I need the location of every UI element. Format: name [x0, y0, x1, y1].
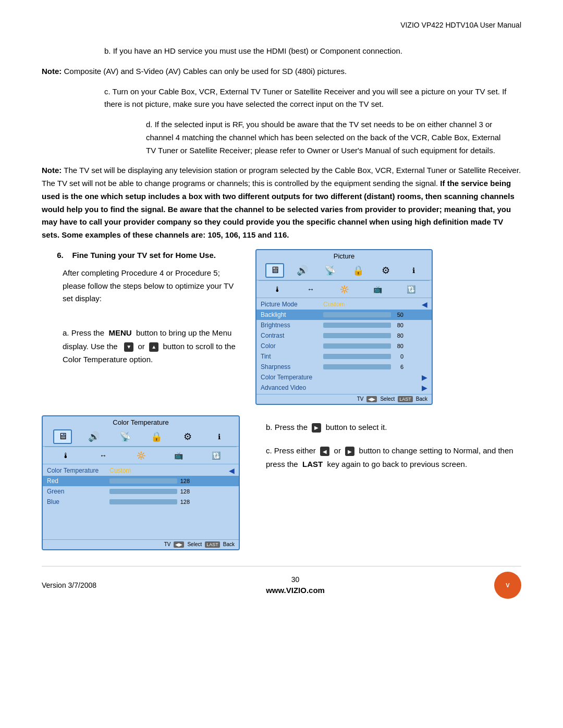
- right-btn-icon: ▶: [312, 423, 321, 433]
- picture-mode-value: Custom: [323, 301, 420, 308]
- step6-title: Fine Tuning your TV set for Home Use.: [72, 251, 216, 260]
- ct-blue-row: Blue 128: [43, 497, 239, 507]
- ct-red-value: 128: [179, 478, 190, 484]
- step6-row: 6. Fine Tuning your TV set for Home Use.…: [42, 249, 521, 405]
- brightness-value: 80: [393, 322, 403, 328]
- ct-icon-satellite: 📡: [116, 429, 134, 444]
- color-bar-bg: [323, 343, 391, 349]
- ct-menu-icons-2: 🌡 ↔ 🔆 📺 🔃: [43, 447, 239, 464]
- ct-icon-sub3: 🔆: [131, 448, 150, 463]
- ct-icon-sub4: 📺: [169, 448, 188, 463]
- paragraph-b: b. If you have an HD service you must us…: [104, 45, 521, 58]
- color-temperature-label: Color Temperature: [261, 374, 323, 381]
- backlight-bar-area: 50: [323, 312, 427, 318]
- steps-bc-right: b. Press the ▶ button to select it. c. P…: [266, 415, 521, 471]
- paragraph-d-text: d. If the selected input is RF, you shou…: [146, 120, 500, 155]
- step-a-or: or: [138, 342, 144, 351]
- picture-menu-icons: 🖥 🔊 📡 🔒 ⚙ ℹ: [256, 261, 432, 280]
- bottom-section: Color Temperature 🖥 🔊 📡 🔒 ⚙ ℹ 🌡 ↔ 🔆 📺 🔃: [42, 415, 521, 550]
- picture-menu-icons-2: 🌡 ↔ 🔆 📺 🔃: [256, 281, 432, 298]
- icon-satellite: 📡: [321, 263, 339, 278]
- brightness-bar-bg: [323, 323, 391, 328]
- ct-green-row: Green 128: [43, 486, 239, 497]
- color-temp-menu-icons: 🖥 🔊 📡 🔒 ⚙ ℹ: [43, 427, 239, 447]
- tint-row: Tint 0: [256, 351, 432, 362]
- step-a-prefix: a. Press the: [63, 328, 104, 337]
- ct-menu-footer: TV ◀▶ Select LAST Back: [43, 539, 239, 549]
- icon-sub3: 🔆: [335, 282, 353, 297]
- ct-green-value: 128: [179, 488, 190, 495]
- page-footer: Version 3/7/2008 30 www.VIZIO.com V: [42, 566, 521, 599]
- color-row: Color 80: [256, 341, 432, 351]
- icon-sub2: ↔: [301, 282, 320, 297]
- color-temperature-arrow-area: ▶: [323, 373, 427, 381]
- step-a-menu: MENU: [108, 328, 131, 337]
- paragraph-d: d. If the selected input is RF, you shou…: [146, 118, 511, 157]
- note2: Note: The TV set will be displaying any …: [42, 164, 521, 242]
- contrast-bar-area: 80: [323, 332, 427, 339]
- ct-footer-dpad: ◀▶: [174, 541, 184, 548]
- ct-icon-sub1: 🌡: [56, 448, 75, 463]
- ct-color-temp-arrow: ◀: [229, 466, 235, 475]
- ct-icon-info: ℹ: [210, 429, 228, 444]
- brightness-row: Brightness 80: [256, 320, 432, 330]
- ct-color-temp-row: Color Temperature Custom ◀: [43, 465, 239, 476]
- step6-left: 6. Fine Tuning your TV set for Home Use.…: [42, 249, 240, 366]
- ct-blue-value: 128: [179, 499, 190, 505]
- ct-color-temp-value: Custom: [109, 467, 227, 474]
- picture-mode-arrow: ◀: [422, 300, 427, 309]
- ct-footer-last: LAST: [205, 541, 220, 548]
- picture-menu-title: Picture: [256, 250, 432, 261]
- note2-bold: Note:: [42, 166, 62, 175]
- vizio-logo: V: [494, 572, 521, 599]
- contrast-row: Contrast 80: [256, 330, 432, 341]
- backlight-row: Backlight 50: [256, 310, 432, 320]
- tint-value: 0: [393, 353, 403, 360]
- backlight-bar-bg: [323, 312, 391, 317]
- step-c-end: key again to go back to previous screen.: [327, 460, 468, 468]
- picture-menu-rows: Picture Mode Custom ◀ Backlight: [256, 298, 432, 394]
- color-bar-area: 80: [323, 343, 427, 349]
- sharpness-label: Sharpness: [261, 363, 323, 371]
- sharpness-bar-area: 6: [323, 364, 427, 370]
- ct-icon-sub2: ↔: [94, 448, 113, 463]
- vizio-logo-text: V: [506, 582, 509, 588]
- right-btn-icon2: ▶: [345, 447, 354, 456]
- advanced-video-arrow: ▶: [422, 384, 427, 392]
- color-label: Color: [261, 342, 323, 350]
- left-btn-icon: ◀: [320, 447, 329, 456]
- footer-page-number: 30: [266, 575, 325, 584]
- ct-footer-select: Select: [187, 541, 202, 547]
- color-temperature-row: Color Temperature ▶: [256, 372, 432, 382]
- paragraph-b-text: b. If you have an HD service you must us…: [104, 46, 402, 55]
- picture-mode-value-area: Custom ◀: [323, 300, 427, 309]
- note-composite-text: Composite (AV) and S-Video (AV) Cables c…: [62, 67, 347, 76]
- step6-desc-text: After completing Procedure 4 or Procedur…: [63, 268, 234, 303]
- picture-footer-back: Back: [416, 396, 427, 402]
- ct-red-label: Red: [47, 477, 109, 485]
- icon-lock: 🔒: [349, 263, 368, 278]
- footer-website: www.VIZIO.com: [266, 586, 325, 595]
- picture-footer-tv: TV: [357, 396, 364, 402]
- sharpness-value: 6: [393, 364, 403, 370]
- ct-blue-bar-bg: [109, 499, 177, 504]
- note-composite-bold: Note:: [42, 67, 62, 76]
- ct-icon-settings: ⚙: [178, 429, 197, 444]
- icon-sub1: 🌡: [268, 282, 287, 297]
- step-c-or: or: [334, 446, 341, 455]
- brightness-bar-area: 80: [323, 322, 427, 328]
- sharpness-row: Sharpness 6: [256, 362, 432, 372]
- step-b-block: b. Press the ▶ button to select it.: [266, 421, 521, 434]
- step-c-last: LAST: [302, 460, 323, 468]
- ct-blue-label: Blue: [47, 498, 109, 505]
- step-c-text: c. Press either: [266, 446, 316, 455]
- step6-right: Picture 🖥 🔊 📡 🔒 ⚙ ℹ 🌡 ↔ 🔆 📺: [255, 249, 521, 405]
- step6-desc: After completing Procedure 4 or Procedur…: [63, 267, 240, 305]
- ct-spacer3: [43, 528, 239, 538]
- note-composite: Note: Composite (AV) and S-Video (AV) Ca…: [42, 65, 521, 78]
- picture-footer-last: LAST: [398, 396, 413, 402]
- picture-mode-label: Picture Mode: [261, 301, 323, 308]
- up-arrow-icon: ▲: [149, 342, 158, 352]
- ct-icon-sub5: 🔃: [206, 448, 225, 463]
- contrast-label: Contrast: [261, 332, 323, 339]
